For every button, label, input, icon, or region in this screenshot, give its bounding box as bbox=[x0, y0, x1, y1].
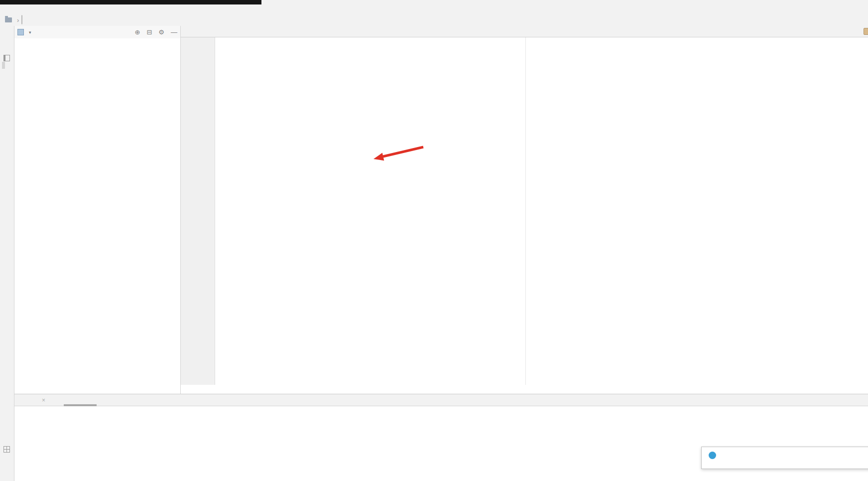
project-view-icon bbox=[17, 29, 24, 35]
stripe-tab-project[interactable] bbox=[2, 62, 5, 69]
tool-window-stripe: ★ bbox=[0, 26, 14, 481]
code-editor[interactable] bbox=[181, 37, 868, 385]
project-panel: ▾ ⊕ ⊟ ⚙ — bbox=[14, 26, 181, 394]
notification-popup bbox=[701, 447, 868, 469]
gear-icon[interactable]: ⚙ bbox=[158, 29, 164, 35]
hide-panel-icon[interactable]: — bbox=[171, 29, 177, 35]
editor-tab-bar bbox=[181, 26, 868, 37]
navigation-bar: ↻ bbox=[0, 14, 868, 26]
terminal-header: × bbox=[14, 394, 868, 406]
terminal-tab-indicator bbox=[64, 404, 97, 406]
red-annotation-arrow bbox=[181, 37, 629, 287]
project-panel-header: ▾ ⊕ ⊟ ⚙ — bbox=[14, 26, 180, 38]
editor-tab-options-icon[interactable] bbox=[864, 28, 868, 35]
locate-file-icon[interactable]: ⊕ bbox=[135, 29, 140, 35]
toolwindow-icon[interactable] bbox=[3, 55, 10, 61]
editor-breadcrumbs bbox=[181, 385, 868, 394]
editor-area bbox=[181, 26, 868, 394]
collapse-all-icon[interactable]: ⊟ bbox=[146, 29, 152, 35]
right-margin-guide bbox=[525, 37, 526, 385]
close-icon[interactable]: × bbox=[42, 397, 45, 404]
project-tree bbox=[14, 38, 180, 394]
chevron-right-icon bbox=[17, 16, 19, 24]
grid-icon[interactable] bbox=[3, 446, 10, 453]
terminal-output[interactable] bbox=[14, 406, 868, 419]
chevron-down-icon: ▾ bbox=[29, 30, 31, 35]
js-file-icon bbox=[21, 15, 22, 24]
menu-bar bbox=[0, 4, 868, 14]
ide-window: ↻ ★ ▾ ⊕ ⊟ ⚙ — bbox=[0, 0, 868, 481]
project-folder-icon bbox=[5, 17, 12, 22]
info-icon bbox=[709, 452, 716, 459]
window-titlebar-fragment bbox=[0, 0, 261, 4]
